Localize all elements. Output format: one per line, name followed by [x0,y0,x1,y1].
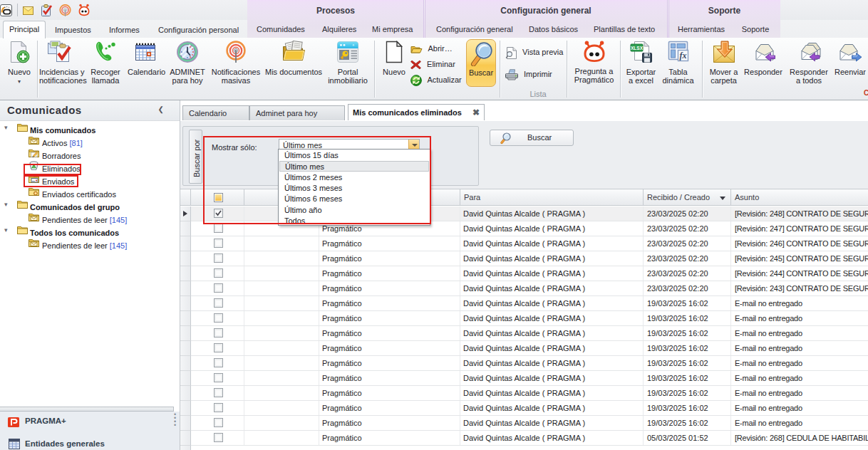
svg-text:XLSX: XLSX [631,46,644,51]
svg-text:fx: fx [679,51,686,61]
